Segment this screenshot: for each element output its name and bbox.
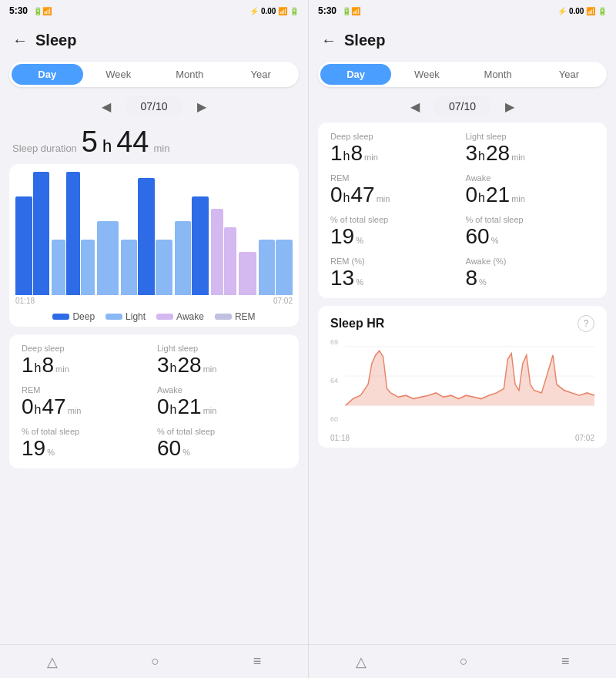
stat-deep-m-right: 8	[350, 143, 363, 164]
sleep-duration: Sleep duration 5 h 44 min	[12, 127, 299, 156]
tab-year-left[interactable]: Year	[226, 64, 297, 85]
stat-light-label-right: Light sleep	[466, 132, 595, 141]
stat-light-hlbl-right: h	[478, 149, 485, 163]
next-date-right[interactable]: ▶	[500, 99, 519, 114]
stats-grid-left: Deep sleep 1 h 8 min Light sleep 3 h 28	[22, 344, 286, 459]
back-button-left[interactable]: ←	[12, 32, 28, 49]
stat-rem-pct-value-right: 13 %	[330, 267, 460, 289]
tab-day-left[interactable]: Day	[12, 64, 83, 85]
stat-light-sleep-left: Light sleep 3 h 28 min	[157, 344, 286, 376]
stat-rem-unit-left: min	[68, 406, 82, 415]
stat-pct-deep-num-left: 19	[22, 438, 45, 459]
stat-rem-unit-right: min	[377, 194, 390, 203]
next-date-left[interactable]: ▶	[192, 99, 211, 114]
stat-awake-m-left: 21	[177, 396, 201, 418]
stat-rem-right: REM 0 h 47 min	[330, 173, 460, 206]
sleep-minutes: 44	[116, 127, 149, 156]
stat-awake-left: Awake 0 h 21 min	[157, 385, 286, 418]
app-title-left: Sleep	[35, 32, 76, 49]
stat-light-value-right: 3 h 28 min	[466, 143, 595, 164]
stat-deep-label-left: Deep sleep	[22, 344, 151, 353]
stat-awake-pct-unit-right: %	[479, 277, 487, 287]
time-left: 5:30	[9, 5, 28, 16]
stat-deep-right: Deep sleep 1 h 8 min	[330, 132, 460, 164]
legend-deep-label: Deep	[72, 311, 95, 322]
stat-deep-label-right: Deep sleep	[330, 132, 460, 141]
tab-month-left[interactable]: Month	[154, 64, 226, 85]
stat-rem-h-left: 0	[22, 396, 34, 418]
panel-left: 5:30 🔋📶 ⚡ 0.00 📶 🔋 ← Sleep Day Week Mont…	[0, 0, 308, 678]
stat-pct-light-unit-left: %	[182, 448, 190, 457]
stat-pct-light-left: % of total sleep 60 %	[157, 427, 286, 459]
legend-rem-label: REM	[235, 311, 256, 322]
tab-day-right[interactable]: Day	[320, 64, 391, 85]
hr-y-labels: 69 64 60	[330, 338, 338, 423]
tab-bar-right: Day Week Month Year	[318, 62, 607, 87]
content-right: Deep sleep 1 h 8 min Light sleep 3 h 28	[309, 123, 616, 644]
stat-rem-pct-right: REM (%) 13 %	[330, 257, 460, 289]
stat-deep-h-left: 1	[22, 354, 34, 376]
back-button-right[interactable]: ←	[321, 32, 336, 49]
stat-deep-unit-left: min	[55, 364, 69, 374]
stat-rem-hlbl-right: h	[343, 191, 350, 205]
sleep-min-label: min	[154, 143, 170, 154]
stat-awake-m-right: 21	[486, 184, 510, 206]
tab-week-right[interactable]: Week	[391, 64, 462, 85]
tab-month-right[interactable]: Month	[463, 64, 534, 85]
date-nav-left: ◀ 07/10 ▶	[0, 96, 308, 116]
chart-time-labels: 01:18 07:02	[15, 295, 293, 307]
stat-rem-h-lbl-left: h	[35, 403, 42, 417]
stat-awake-h-lbl-left: h	[170, 403, 177, 417]
stat-pct1-value-right: 19 %	[330, 226, 460, 247]
stat-light-h-left: 3	[157, 354, 169, 376]
stat-rem-value-right: 0 h 47 min	[330, 184, 460, 206]
stat-light-unit-right: min	[511, 153, 525, 162]
stats-grid-right: Deep sleep 1 h 8 min Light sleep 3 h 28	[330, 132, 594, 289]
stat-rem-label-right: REM	[330, 173, 460, 183]
hr-start-time: 01:18	[330, 434, 350, 442]
stat-pct-light-label-left: % of total sleep	[157, 427, 286, 436]
sleep-h-label: h	[102, 136, 112, 156]
help-button[interactable]: ?	[578, 315, 594, 332]
stat-pct2-label-right: % of total sleep	[466, 215, 595, 224]
stat-pct-light-value-left: 60 %	[157, 438, 286, 459]
stat-pct-deep-left: % of total sleep 19 %	[22, 427, 151, 459]
sleep-chart-card: 01:18 07:02 Deep Light Awake	[9, 164, 299, 327]
nav-home-right[interactable]: ○	[460, 653, 468, 670]
stat-pct2-value-right: 60 %	[466, 226, 595, 247]
stat-light-label-left: Light sleep	[157, 344, 286, 353]
stat-deep-value-right: 1 h 8 min	[330, 143, 460, 164]
stat-light-m-right: 28	[486, 143, 510, 164]
stat-pct1-num-right: 19	[330, 226, 354, 247]
nav-back-left[interactable]: △	[47, 653, 58, 670]
stat-rem-left: REM 0 h 47 min	[22, 385, 151, 418]
stat-rem-m-right: 47	[350, 184, 374, 206]
tab-year-right[interactable]: Year	[534, 64, 604, 85]
stat-awake-h-right: 0	[466, 184, 478, 206]
legend-awake-label: Awake	[176, 311, 204, 322]
hr-end-time: 07:02	[575, 434, 594, 442]
stat-deep-value-left: 1 h 8 min	[22, 354, 151, 376]
stat-pct-deep-label-left: % of total sleep	[22, 427, 151, 436]
hr-chart-svg	[330, 338, 594, 431]
tab-bar-left: Day Week Month Year	[9, 62, 299, 87]
nav-menu-left[interactable]: ≡	[253, 653, 262, 670]
sleep-duration-label: Sleep duration	[12, 143, 77, 154]
nav-menu-right[interactable]: ≡	[561, 653, 570, 670]
stat-pct-light-num-left: 60	[157, 438, 181, 459]
legend-deep: Deep	[52, 311, 95, 322]
tab-week-left[interactable]: Week	[83, 64, 155, 85]
stat-light-unit-left: min	[203, 364, 217, 374]
prev-date-left[interactable]: ◀	[97, 99, 116, 114]
stat-awake-h-left: 0	[157, 396, 169, 418]
nav-back-right[interactable]: △	[356, 653, 367, 670]
notification-icons-right: 🔋📶	[342, 7, 360, 15]
prev-date-right[interactable]: ◀	[406, 99, 424, 114]
chart-legend: Deep Light Awake REM	[15, 311, 293, 322]
sleep-hours: 5	[82, 127, 98, 156]
stat-awake-unit-left: min	[203, 406, 217, 415]
nav-home-left[interactable]: ○	[151, 653, 159, 670]
system-icons-right: ⚡ 0.00 📶 🔋	[557, 7, 607, 15]
legend-deep-color	[52, 314, 69, 320]
stat-rem-m-left: 47	[42, 396, 65, 418]
